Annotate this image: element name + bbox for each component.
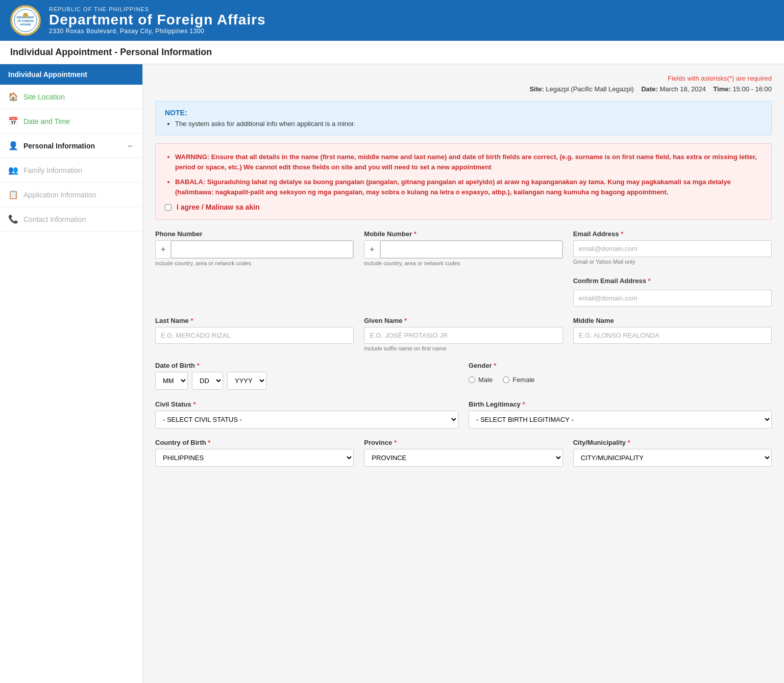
time-label: Time: (713, 85, 730, 93)
arrow-icon: ← (127, 142, 134, 150)
dob-day-select[interactable]: DD (192, 372, 223, 390)
note-list: The system asks for additional info when… (165, 120, 762, 128)
given-name-input[interactable] (364, 327, 562, 344)
phone-input-wrapper: + (155, 240, 354, 259)
dob-gender-row: Date of Birth * MM DD YYYY G (155, 362, 772, 390)
sidebar-item-label: Family Information (23, 166, 82, 174)
sidebar-item-personal-info[interactable]: 👤 Personal Information ← (0, 134, 142, 158)
birth-legitimacy-group: Birth Legitimacy * - SELECT BIRTH LEGITI… (469, 400, 772, 428)
province-group: Province * PROVINCE (364, 439, 562, 467)
mobile-number-label: Mobile Number * (364, 230, 562, 238)
phone-number-label: Phone Number (155, 230, 354, 238)
gender-group: Gender * Male Female (469, 362, 772, 390)
birth-legitimacy-select[interactable]: - SELECT BIRTH LEGITIMACY - (469, 411, 772, 428)
note-title: NOTE: (165, 109, 762, 117)
sidebar-item-application-info: 📋 Application Information (0, 183, 142, 207)
calendar-icon: 📅 (8, 116, 18, 126)
mobile-number-input[interactable] (380, 241, 562, 258)
warning-item-2: BABALA: Siguraduhing lahat ng detalye sa… (175, 177, 762, 197)
last-name-input[interactable] (155, 327, 354, 344)
email-hint: Gmail or Yahoo Mail only (573, 259, 772, 265)
sidebar-item-label: Application Information (23, 191, 96, 199)
header: DEPARTMENT OF FOREIGN AFFAIRS Republic o… (0, 0, 784, 41)
gender-male-label[interactable]: Male (469, 376, 493, 384)
clipboard-icon: 📋 (8, 190, 18, 199)
agree-label[interactable]: I agree / Malinaw sa akin (177, 203, 260, 211)
dfa-seal: DEPARTMENT OF FOREIGN AFFAIRS (10, 5, 41, 36)
sidebar-item-family-info: 👥 Family Information (0, 158, 142, 183)
province-label: Province * (364, 439, 562, 446)
city-group: City/Municipality * CITY/MUNICIPALITY (573, 439, 772, 467)
mobile-plus-button[interactable]: + (364, 241, 380, 258)
gender-female-label[interactable]: Female (503, 376, 534, 384)
contact-fields-row: Phone Number + include country, area or … (155, 230, 772, 307)
home-icon: 🏠 (8, 92, 18, 102)
sidebar-item-label: Site Location (23, 93, 65, 101)
dob-year-select[interactable]: YYYY (227, 372, 266, 390)
gender-label: Gender * (469, 362, 772, 369)
time-value: 15:00 - 16:00 (732, 85, 772, 93)
family-icon: 👥 (8, 165, 18, 175)
country-birth-label: Country of Birth * (155, 439, 354, 446)
sidebar-item-label: Contact Information (23, 215, 86, 223)
sidebar-header: Individual Appointment (0, 64, 142, 85)
province-select[interactable]: PROVINCE (364, 449, 562, 467)
phone-number-group: Phone Number + include country, area or … (155, 230, 354, 307)
birth-legitimacy-label: Birth Legitimacy * (469, 400, 772, 408)
given-name-hint: Include suffix name on first name (364, 345, 562, 351)
given-name-group: Given Name * Include suffix name on firs… (364, 317, 562, 351)
middle-name-label: Middle Name (573, 317, 772, 324)
email-input[interactable] (573, 240, 772, 257)
middle-name-input[interactable] (573, 327, 772, 344)
mobile-hint: include country, area or network codes (364, 260, 562, 266)
header-address: 2330 Roxas Boulevard, Pasay City, Philip… (49, 28, 266, 35)
name-fields-row: Last Name * Given Name * Include suffix … (155, 317, 772, 351)
dob-group: Date of Birth * MM DD YYYY (155, 362, 458, 390)
main-layout: Individual Appointment 🏠 Site Location 📅… (0, 64, 784, 683)
phone-plus-button[interactable]: + (156, 241, 171, 258)
last-name-label: Last Name * (155, 317, 354, 324)
user-icon: 👤 (8, 141, 18, 150)
agree-row: I agree / Malinaw sa akin (165, 203, 762, 211)
email-req: * (621, 230, 623, 238)
header-text: Republic of the Philippines Department o… (49, 6, 266, 35)
site-label: Site: (529, 85, 544, 93)
sidebar-item-site-location[interactable]: 🏠 Site Location (0, 85, 142, 109)
date-label: Date: (641, 85, 658, 93)
sidebar-item-contact-info: 📞 Contact Information (0, 207, 142, 232)
dob-month-select[interactable]: MM (155, 372, 188, 390)
required-note: Fields with asterisks(*) are required (155, 74, 772, 82)
dob-label: Date of Birth * (155, 362, 458, 369)
gender-options: Male Female (469, 372, 772, 390)
last-name-group: Last Name * (155, 317, 354, 351)
site-info: Site: Legazpi (Pacific Mall Legazpi) Dat… (155, 85, 772, 93)
middle-name-group: Middle Name (573, 317, 772, 351)
sidebar-item-label: Personal Information (23, 142, 95, 150)
sidebar-item-date-time[interactable]: 📅 Date and Time (0, 109, 142, 134)
gender-male-radio[interactable] (469, 376, 475, 383)
warning-item-1: WARNING: Ensure that all details in the … (175, 152, 762, 172)
dob-selects: MM DD YYYY (155, 372, 458, 390)
phone-icon: 📞 (8, 214, 18, 224)
civil-status-select[interactable]: - SELECT CIVIL STATUS - (155, 411, 458, 428)
date-value: March 18, 2024 (660, 85, 706, 93)
sidebar-item-label: Date and Time (23, 117, 70, 125)
civil-status-group: Civil Status * - SELECT CIVIL STATUS - (155, 400, 458, 428)
email-label: Email Address * (573, 230, 772, 238)
agree-checkbox[interactable] (165, 204, 172, 211)
header-subtitle: Republic of the Philippines (49, 6, 266, 12)
svg-point-5 (23, 13, 28, 18)
gender-female-radio[interactable] (503, 376, 509, 383)
warning-list: WARNING: Ensure that all details in the … (165, 152, 762, 197)
city-label: City/Municipality * (573, 439, 772, 446)
phone-number-input[interactable] (171, 241, 353, 258)
city-select[interactable]: CITY/MUNICIPALITY (573, 449, 772, 467)
country-birth-select[interactable]: PHILIPPINES (155, 449, 354, 467)
civil-status-label: Civil Status * (155, 400, 458, 408)
phone-hint: include country, area or network codes (155, 260, 354, 266)
svg-text:AFFAIRS: AFFAIRS (20, 23, 31, 26)
svg-text:OF FOREIGN: OF FOREIGN (17, 19, 34, 22)
header-title: Department of Foreign Affairs (49, 12, 266, 28)
confirm-email-label: Confirm Email Address * (573, 277, 772, 285)
confirm-email-input[interactable] (573, 290, 772, 307)
